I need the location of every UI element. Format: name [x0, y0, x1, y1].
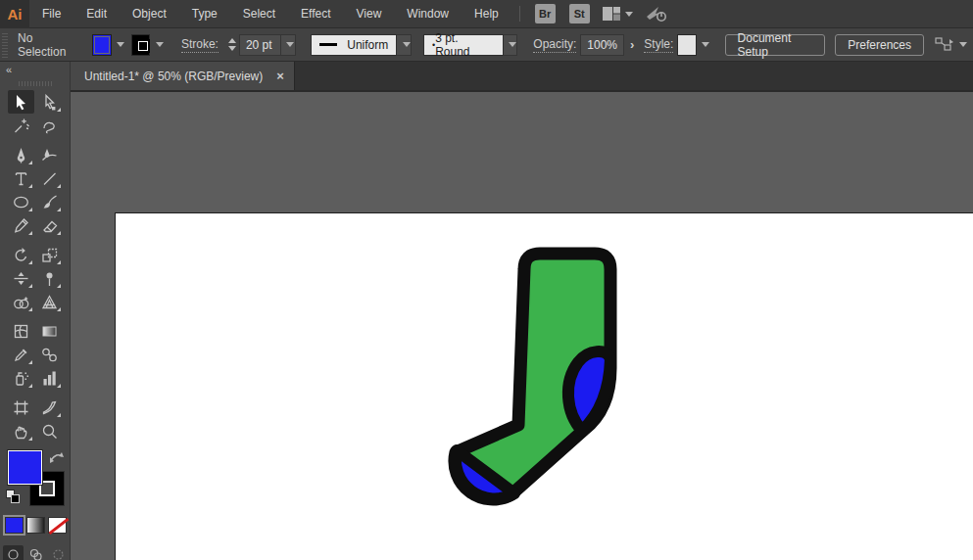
fill-color-swatch[interactable] [92, 34, 111, 56]
color-type-buttons [5, 517, 70, 534]
draw-inside-button[interactable] [48, 545, 69, 560]
draw-normal-button[interactable] [3, 545, 24, 560]
rotate-tool[interactable] [8, 243, 34, 266]
close-tab-icon[interactable]: × [276, 69, 284, 83]
slice-tool[interactable] [36, 396, 63, 419]
eyedropper-tool[interactable] [8, 343, 34, 366]
swap-fill-stroke-icon[interactable] [49, 450, 65, 467]
menu-effect[interactable]: Effect [288, 0, 343, 28]
zoom-tool[interactable] [36, 419, 63, 443]
workspace-switcher[interactable] [603, 7, 633, 21]
none-button[interactable] [48, 517, 67, 534]
selection-tool[interactable] [8, 90, 34, 114]
brush-dropdown[interactable] [504, 34, 518, 56]
hand-icon [13, 423, 29, 440]
subtool-indicator [57, 384, 61, 388]
chevron-down-icon [959, 42, 967, 47]
select-similar-icon [935, 37, 954, 53]
subtool-indicator [57, 260, 61, 264]
menu-view[interactable]: View [344, 0, 395, 28]
style-label[interactable]: Style: [644, 37, 673, 53]
tool-row [0, 114, 70, 137]
draw-behind-button[interactable] [25, 545, 46, 560]
panel-grip[interactable] [2, 32, 8, 58]
opacity-options-arrow[interactable]: › [630, 37, 634, 52]
tool-row [0, 143, 70, 166]
column-graph-tool[interactable] [36, 366, 63, 390]
gradient-tool[interactable] [36, 319, 63, 343]
fill-color-dropdown[interactable] [112, 34, 125, 56]
subtool-indicator [28, 184, 32, 188]
style-swatch[interactable] [677, 34, 696, 56]
tool-row [0, 319, 70, 343]
stroke-weight-input[interactable]: 20 pt [239, 34, 281, 56]
lasso-tool[interactable] [36, 114, 63, 137]
scale-tool[interactable] [36, 243, 63, 266]
color-button[interactable] [5, 517, 24, 534]
menu-select[interactable]: Select [230, 0, 288, 28]
document-setup-button[interactable]: Document Setup [725, 34, 826, 56]
pencil-icon [13, 217, 29, 234]
subtool-indicator [57, 284, 61, 288]
document-tab-title: Untitled-1* @ 50% (RGB/Preview) [84, 70, 263, 83]
stock-button[interactable]: St [569, 4, 590, 23]
artboard[interactable] [115, 212, 973, 560]
preferences-button[interactable]: Preferences [835, 34, 924, 56]
stroke-weight-label[interactable]: Stroke: [181, 37, 219, 53]
paintbrush-tool[interactable] [36, 190, 63, 213]
brush-definition[interactable]: • 3 pt. Round [423, 34, 504, 56]
default-stroke-chip [11, 494, 20, 503]
pencil-tool[interactable] [8, 213, 34, 237]
perspective-grid-tool[interactable] [36, 290, 63, 313]
default-fill-stroke-icon[interactable] [6, 490, 20, 503]
panel-drag-handle[interactable] [19, 81, 52, 86]
collapse-panel-button[interactable]: « [0, 62, 70, 75]
curvature-icon [41, 147, 58, 163]
shape-builder-tool[interactable] [8, 290, 34, 313]
stroke-color-swatch[interactable] [131, 34, 150, 56]
opacity-label[interactable]: Opacity: [533, 37, 576, 53]
puppet-warp-tool[interactable] [36, 266, 63, 290]
stroke-color-dropdown[interactable] [150, 34, 164, 56]
opacity-input[interactable]: 100% [580, 34, 624, 56]
blend-tool[interactable] [36, 343, 63, 366]
pen-tool[interactable] [8, 143, 34, 166]
subtool-indicator [57, 184, 61, 188]
eraser-tool[interactable] [36, 213, 63, 237]
style-dropdown[interactable] [697, 34, 710, 56]
width-tool[interactable] [8, 266, 34, 290]
menu-object[interactable]: Object [120, 0, 179, 28]
chevron-down-icon [702, 42, 709, 47]
menu-file[interactable]: File [29, 0, 73, 28]
selection-status: No Selection [18, 31, 74, 59]
menu-type[interactable]: Type [179, 0, 230, 28]
sock-artwork[interactable] [116, 213, 973, 560]
menu-edit[interactable]: Edit [73, 0, 120, 28]
sock-heel[interactable] [568, 351, 610, 431]
bridge-button[interactable]: Br [535, 4, 556, 23]
artboard-tool[interactable] [8, 396, 34, 419]
tool-row [0, 396, 70, 419]
direct-selection-tool[interactable] [36, 90, 63, 114]
magic-wand-tool[interactable] [8, 114, 34, 137]
line-segment-tool[interactable] [36, 166, 63, 190]
menu-window[interactable]: Window [394, 0, 462, 28]
gpu-performance-button[interactable] [645, 5, 668, 23]
hand-tool[interactable] [8, 419, 34, 443]
type-tool[interactable] [8, 166, 34, 190]
mesh-tool[interactable] [8, 319, 34, 343]
document-tab[interactable]: Untitled-1* @ 50% (RGB/Preview) × [71, 62, 295, 90]
stroke-weight-dropdown[interactable] [281, 34, 296, 56]
ellipse-tool[interactable] [8, 190, 34, 213]
tool-row [0, 290, 70, 313]
symbol-sprayer-tool[interactable] [8, 366, 34, 390]
fill-proxy-swatch[interactable] [8, 450, 42, 485]
menu-help[interactable]: Help [462, 0, 511, 28]
stroke-weight-stepper[interactable] [228, 38, 236, 51]
profile-dropdown[interactable] [397, 34, 412, 56]
tool-row [0, 190, 70, 213]
select-similar-objects[interactable] [935, 37, 967, 53]
curvature-tool[interactable] [36, 143, 63, 166]
gradient-button[interactable] [26, 517, 45, 534]
variable-width-profile[interactable]: Uniform [311, 34, 397, 56]
